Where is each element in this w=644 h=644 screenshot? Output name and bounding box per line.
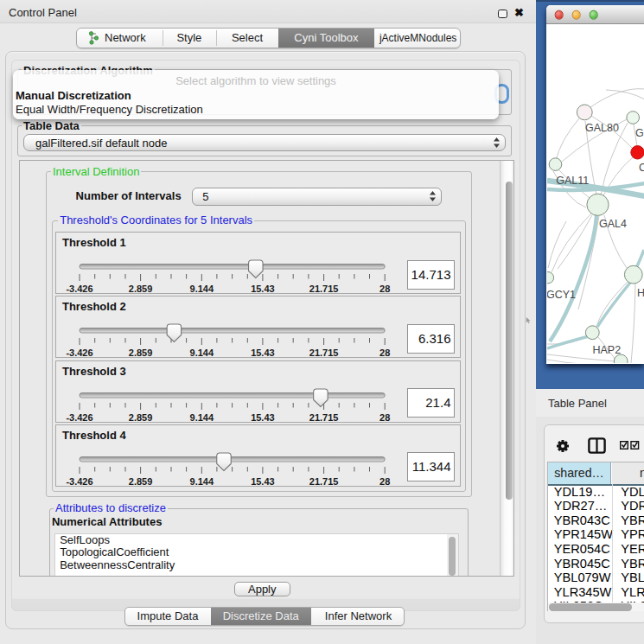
- svg-text:GAL11: GAL11: [556, 175, 589, 187]
- svg-text:9.144: 9.144: [190, 348, 214, 358]
- svg-text:G.: G.: [635, 127, 644, 139]
- svg-text:-3.426: -3.426: [66, 475, 92, 486]
- svg-text:15.43: 15.43: [251, 475, 275, 486]
- svg-text:15.43: 15.43: [251, 348, 275, 358]
- svg-text:9.144: 9.144: [190, 475, 214, 486]
- svg-text:GAL4: GAL4: [599, 218, 627, 230]
- svg-text:21.715: 21.715: [309, 284, 339, 294]
- svg-text:-3.426: -3.426: [66, 284, 92, 294]
- svg-text:GCY1: GCY1: [547, 289, 576, 301]
- svg-text:-3.426: -3.426: [66, 411, 92, 422]
- svg-text:HAP2: HAP2: [592, 344, 621, 356]
- svg-text:28: 28: [379, 475, 390, 486]
- svg-text:-3.426: -3.426: [66, 348, 92, 358]
- svg-text:9.144: 9.144: [190, 411, 214, 422]
- svg-text:28: 28: [379, 284, 390, 294]
- svg-text:2.859: 2.859: [129, 348, 153, 358]
- svg-text:2.859: 2.859: [129, 475, 153, 486]
- svg-text:H: H: [637, 287, 644, 299]
- svg-text:21.715: 21.715: [309, 348, 339, 358]
- svg-text:28: 28: [379, 411, 390, 422]
- svg-text:21.715: 21.715: [309, 411, 339, 422]
- svg-text:28: 28: [379, 348, 390, 358]
- svg-text:2.859: 2.859: [129, 284, 153, 294]
- svg-text:21.715: 21.715: [309, 475, 339, 486]
- svg-text:15.43: 15.43: [251, 411, 275, 422]
- svg-text:2.859: 2.859: [129, 411, 153, 422]
- svg-text:GAL80: GAL80: [585, 122, 619, 134]
- svg-text:9.144: 9.144: [190, 284, 214, 294]
- svg-text:C: C: [639, 162, 644, 174]
- svg-text:15.43: 15.43: [251, 284, 275, 294]
